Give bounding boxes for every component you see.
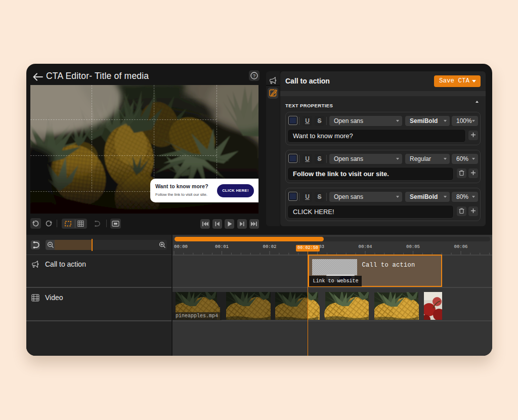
svg-text:?: ? — [253, 73, 255, 78]
